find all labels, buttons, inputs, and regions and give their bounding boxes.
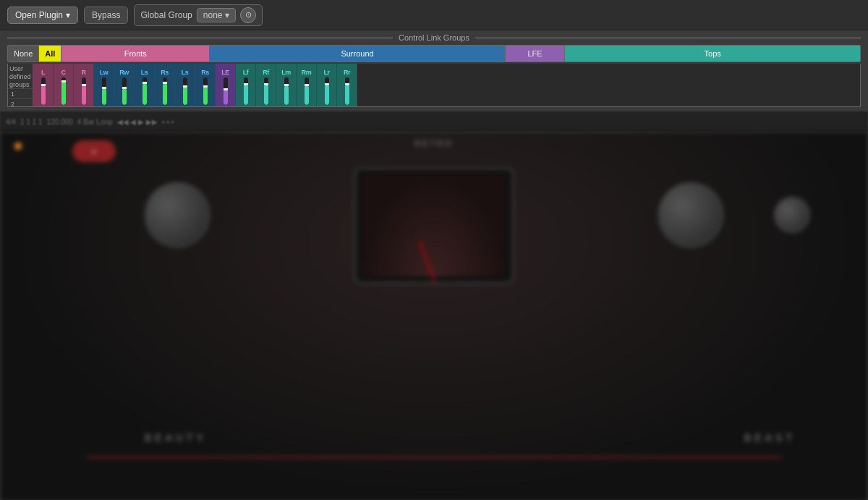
channel-R[interactable]: R bbox=[74, 64, 94, 106]
global-group-label: Global Group bbox=[140, 10, 192, 20]
plugin-logo: ● bbox=[72, 140, 116, 162]
beast-label: BEAST bbox=[744, 432, 796, 444]
channel-Rs2[interactable]: Rs bbox=[195, 64, 216, 106]
tab-surround[interactable]: Surround bbox=[210, 46, 506, 62]
channel-Ls1-label: Ls bbox=[141, 69, 148, 76]
channel-Ls1[interactable]: Ls bbox=[135, 64, 155, 106]
vu-meter bbox=[354, 168, 514, 284]
channel-C-label: C bbox=[61, 69, 66, 76]
channels-area: Userdefinedgroups 1 2 3 L C bbox=[7, 64, 861, 107]
open-plugin-label: Open Plugin bbox=[15, 10, 63, 20]
channel-R-fader bbox=[82, 77, 86, 105]
control-link-section: Control Link Groups None All Fronts Surr… bbox=[0, 30, 868, 111]
tab-all[interactable]: All bbox=[39, 46, 61, 62]
dropdown-arrow-icon: ▾ bbox=[225, 10, 229, 20]
control-link-title-text: Control Link Groups bbox=[393, 33, 475, 42]
bypass-label: Bypass bbox=[92, 10, 120, 20]
channel-L-fader bbox=[41, 77, 46, 105]
plugin-knob-left[interactable] bbox=[145, 182, 210, 247]
transport-pos: 1 1 1 1 bbox=[20, 118, 43, 126]
channel-C-fader bbox=[61, 77, 66, 105]
channel-Rm-label: Rm bbox=[302, 69, 312, 76]
tab-tops[interactable]: Tops bbox=[565, 46, 860, 62]
open-plugin-button[interactable]: Open Plugin ▾ bbox=[7, 7, 78, 24]
channel-Lr-label: Lr bbox=[324, 69, 330, 76]
channel-Lm[interactable]: Lm bbox=[276, 64, 297, 106]
global-group-value: none bbox=[203, 10, 223, 20]
channel-Lw-label: Lw bbox=[100, 69, 109, 76]
channel-Rf-label: Rf bbox=[263, 69, 269, 76]
power-indicator bbox=[14, 143, 22, 150]
tab-none[interactable]: None bbox=[8, 46, 39, 62]
channel-Rr-label: Rr bbox=[344, 69, 350, 76]
channel-LE-label: LE bbox=[221, 69, 229, 76]
vu-meter-inner bbox=[362, 175, 506, 276]
vu-needle bbox=[420, 241, 435, 282]
channel-Rs1-label: Rs bbox=[161, 69, 169, 76]
channel-Ls2-fader bbox=[183, 77, 187, 105]
group-tabs-row: None All Fronts Surround LFE Tops bbox=[7, 45, 861, 62]
channel-LE[interactable]: LE bbox=[216, 64, 236, 106]
control-link-title: Control Link Groups bbox=[7, 33, 861, 42]
channel-Lw-fader bbox=[102, 77, 106, 105]
global-group-circle-button[interactable]: ⊙ bbox=[240, 7, 256, 23]
channel-Rs2-label: Rs bbox=[201, 69, 209, 76]
plugin-title: RETRO bbox=[414, 139, 454, 148]
channel-Ls2-label: Ls bbox=[182, 69, 189, 76]
channel-Rs1[interactable]: Rs bbox=[155, 64, 175, 106]
user-group-1[interactable]: 1 bbox=[8, 88, 33, 98]
transport-bar-label: 4 Bar Loop bbox=[77, 118, 113, 126]
open-plugin-arrow: ▾ bbox=[66, 10, 70, 20]
channel-Ls1-fader bbox=[142, 77, 147, 105]
channel-Rs1-fader bbox=[163, 77, 167, 105]
channel-Rw[interactable]: Rw bbox=[114, 64, 135, 106]
user-groups-label: Userdefinedgroups bbox=[8, 64, 33, 88]
global-group-dropdown[interactable]: none ▾ bbox=[197, 8, 237, 22]
channel-Lf[interactable]: Lf bbox=[236, 64, 256, 106]
bypass-button[interactable]: Bypass bbox=[84, 7, 128, 24]
channel-C[interactable]: C bbox=[54, 64, 74, 106]
transport-controls: ◀◀ ◀ ▶ ▶▶ bbox=[117, 118, 158, 126]
channel-Lf-label: Lf bbox=[243, 69, 249, 76]
transport-bar: 4/4 1 1 1 1 120.000 4 Bar Loop ◀◀ ◀ ▶ ▶▶… bbox=[0, 111, 868, 132]
channel-Rs2-fader bbox=[203, 77, 208, 105]
plugin-knob-small[interactable] bbox=[774, 197, 810, 233]
channel-Rf-fader bbox=[264, 77, 268, 105]
channel-Lf-fader bbox=[244, 77, 248, 105]
beauty-label: BEAUTY bbox=[145, 432, 207, 444]
channel-L[interactable]: L bbox=[33, 64, 54, 106]
plugin-content-area: ● RETRO BEAUTY BEAST bbox=[0, 132, 868, 500]
transport-time: 4/4 bbox=[6, 118, 16, 126]
toolbar: Open Plugin ▾ Bypass Global Group none ▾… bbox=[0, 0, 868, 30]
channel-Rm-fader bbox=[305, 77, 309, 105]
channel-Lw[interactable]: Lw bbox=[94, 64, 114, 106]
plugin-separator-line bbox=[87, 457, 781, 458]
channel-Rw-fader bbox=[122, 77, 127, 105]
channel-Lr[interactable]: Lr bbox=[317, 64, 337, 106]
channel-Rr[interactable]: Rr bbox=[337, 64, 357, 106]
global-group-container: Global Group none ▾ ⊙ bbox=[134, 4, 263, 26]
transport-tempo: 120.000 bbox=[47, 118, 73, 126]
channel-L-label: L bbox=[41, 69, 45, 76]
channel-Rr-fader bbox=[345, 77, 349, 105]
channel-Lm-label: Lm bbox=[281, 69, 291, 76]
user-group-2[interactable]: 2 bbox=[8, 98, 33, 109]
channel-Rw-label: Rw bbox=[119, 69, 129, 76]
user-groups-column: Userdefinedgroups 1 2 3 bbox=[8, 64, 33, 106]
tab-fronts[interactable]: Fronts bbox=[61, 46, 210, 62]
plugin-knob-right[interactable] bbox=[658, 182, 723, 247]
channel-R-label: R bbox=[82, 69, 86, 76]
circle-icon: ⊙ bbox=[245, 10, 252, 20]
channel-Ls2[interactable]: Ls bbox=[175, 64, 195, 106]
transport-volume: ▪ ▪ ▪ bbox=[162, 118, 174, 126]
tab-lfe[interactable]: LFE bbox=[506, 46, 566, 62]
channel-LE-fader bbox=[224, 77, 228, 105]
channel-Rf[interactable]: Rf bbox=[256, 64, 276, 106]
channel-strips: L C R bbox=[33, 64, 860, 106]
channel-Rm[interactable]: Rm bbox=[297, 64, 317, 106]
channel-Lr-fader bbox=[325, 77, 329, 105]
channel-Lm-fader bbox=[284, 77, 289, 105]
